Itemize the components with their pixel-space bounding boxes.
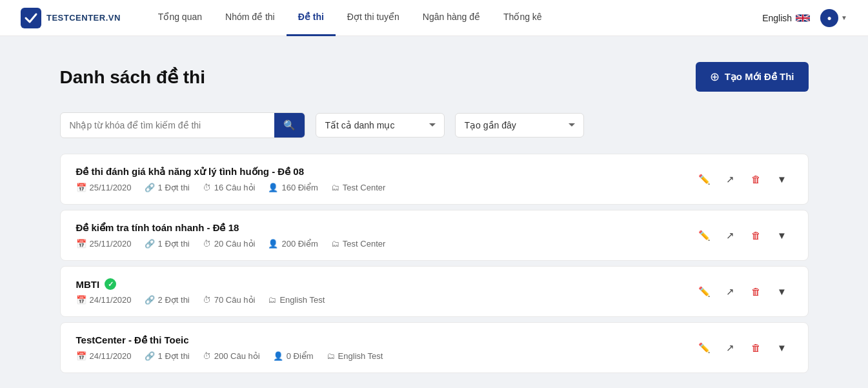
exam-title-text: MBTI [76,279,100,290]
brand-name: TESTCENTER.VN [46,13,121,23]
exam-title-text: Đề kiểm tra tính toán nhanh - Đề 18 [76,222,239,234]
edit-button[interactable]: ✏️ [694,338,715,358]
plus-icon: ⊕ [710,70,720,84]
delete-button[interactable]: 🗑 [746,338,767,358]
open-button[interactable]: ↗ [720,225,741,246]
nav-links: Tổng quan Nhóm đề thi Đề thi Đợt thi tuy… [146,0,762,36]
exam-card: MBTI ✓ 📅 24/11/2020 🔗 2 Đợt thi ⏱ 70 Câu… [60,266,809,317]
open-button[interactable]: ↗ [720,338,741,358]
more-button[interactable]: ▼ [772,225,792,246]
exam-actions: ✏️ ↗ 🗑 ▼ [694,225,792,246]
edit-button[interactable]: ✏️ [694,225,715,246]
sort-filter[interactable]: Tạo gần đây Cũ nhất [455,113,584,138]
exam-danh-muc-value: Test Center [343,239,385,249]
uk-flag-icon [796,14,810,23]
exam-danh-muc-value: English Test [338,351,383,361]
exam-date-value: 25/11/2020 [90,183,132,192]
exam-dot-thi: 🔗 2 Đợt thi [145,295,190,305]
link-icon: 🔗 [145,295,155,305]
clock-icon: ⏱ [203,351,211,361]
open-button[interactable]: ↗ [720,169,741,190]
user-avatar: ● [820,9,838,27]
link-icon: 🔗 [145,351,155,361]
exam-title-text: TestCenter - Đề thi Toeic [76,334,189,346]
more-button[interactable]: ▼ [772,169,792,190]
navbar: TESTCENTER.VN Tổng quan Nhóm đề thi Đề t… [0,0,868,36]
exam-info: Đề kiểm tra tính toán nhanh - Đề 18 📅 25… [76,222,694,249]
exam-dot-thi-value: 2 Đợt thi [158,295,190,305]
calendar-icon: 📅 [76,351,86,361]
exam-cau-hoi-value: 20 Câu hỏi [214,239,256,249]
edit-button[interactable]: ✏️ [694,281,715,302]
exam-danh-muc-value: English Test [279,295,325,305]
diem-icon: 👤 [273,351,283,361]
exam-info: Đề thi đánh giá khả năng xử lý tình huốn… [76,166,694,192]
exam-meta: 📅 24/11/2020 🔗 2 Đợt thi ⏱ 70 Câu hỏi 🗂 … [76,295,694,305]
page-title: Danh sách đề thi [60,66,205,88]
nav-ngan-hang-de[interactable]: Ngân hàng đề [411,0,492,36]
brand-logo-link[interactable]: TESTCENTER.VN [21,8,121,28]
exam-diem-value: 0 Điểm [287,351,314,361]
language-selector[interactable]: English [762,13,810,23]
exam-diem-value: 200 Điểm [281,239,318,249]
delete-button[interactable]: 🗑 [746,281,767,302]
folder-icon: 🗂 [331,239,339,249]
user-chevron-icon: ▼ [841,14,847,21]
nav-de-thi[interactable]: Đề thi [287,0,336,36]
calendar-icon: 📅 [76,239,86,249]
exam-cau-hoi-value: 200 Câu hỏi [214,351,260,361]
exam-actions: ✏️ ↗ 🗑 ▼ [694,169,792,190]
calendar-icon: 📅 [76,295,86,305]
exam-date-value: 24/11/2020 [90,295,132,305]
main-content: Danh sách đề thi ⊕ Tạo Mới Đề Thi 🔍 Tất … [47,36,822,386]
exam-date: 📅 25/11/2020 [76,183,132,192]
exam-date: 📅 25/11/2020 [76,239,132,249]
exam-actions: ✏️ ↗ 🗑 ▼ [694,281,792,302]
verified-icon: ✓ [105,278,116,290]
clock-icon: ⏱ [203,183,211,192]
navbar-right: English ● ▼ [762,9,847,27]
clock-icon: ⏱ [203,239,211,249]
exam-date: 📅 24/11/2020 [76,295,132,305]
exam-danh-muc: 🗂 Test Center [331,183,385,192]
search-input[interactable] [61,114,274,137]
filters-bar: 🔍 Tất cả danh mục English Test Test Cent… [60,112,809,138]
create-btn-label: Tạo Mới Đề Thi [725,71,794,83]
exam-title-text: Đề thi đánh giá khả năng xử lý tình huốn… [76,166,305,178]
exam-meta: 📅 24/11/2020 🔗 1 Đợt thi ⏱ 200 Câu hỏi 👤… [76,351,694,361]
exam-dot-thi-value: 1 Đợt thi [158,351,190,361]
nav-nhom-de-thi[interactable]: Nhóm đề thi [214,0,287,36]
exam-dot-thi: 🔗 1 Đợt thi [145,183,190,192]
exam-card: Đề kiểm tra tính toán nhanh - Đề 18 📅 25… [60,210,809,261]
nav-tong-quan[interactable]: Tổng quan [146,0,214,36]
exam-info: MBTI ✓ 📅 24/11/2020 🔗 2 Đợt thi ⏱ 70 Câu… [76,278,694,305]
search-wrap: 🔍 [60,112,305,138]
delete-button[interactable]: 🗑 [746,169,767,190]
folder-icon: 🗂 [327,351,335,361]
user-menu[interactable]: ● ▼ [820,9,847,27]
exam-cau-hoi: ⏱ 70 Câu hỏi [203,295,256,305]
more-button[interactable]: ▼ [772,281,792,302]
create-exam-button[interactable]: ⊕ Tạo Mới Đề Thi [696,62,809,92]
category-filter[interactable]: Tất cả danh mục English Test Test Center [316,113,445,138]
delete-button[interactable]: 🗑 [746,225,767,246]
exam-diem-value: 160 Điểm [281,183,318,192]
edit-button[interactable]: ✏️ [694,169,715,190]
nav-thong-ke[interactable]: Thống kê [492,0,554,36]
lang-label: English [762,13,792,23]
diem-icon: 👤 [268,183,278,192]
nav-dot-thi-tuyen[interactable]: Đợt thi tuyển [336,0,411,36]
exam-card: Đề thi đánh giá khả năng xử lý tình huốn… [60,154,809,205]
open-button[interactable]: ↗ [720,281,741,302]
exam-meta: 📅 25/11/2020 🔗 1 Đợt thi ⏱ 16 Câu hỏi 👤 … [76,183,694,192]
exam-info: TestCenter - Đề thi Toeic 📅 24/11/2020 🔗… [76,334,694,361]
diem-icon: 👤 [268,239,278,249]
exam-actions: ✏️ ↗ 🗑 ▼ [694,338,792,358]
search-button[interactable]: 🔍 [274,113,305,138]
more-button[interactable]: ▼ [772,338,792,358]
exam-cau-hoi: ⏱ 20 Câu hỏi [203,239,256,249]
exam-list: Đề thi đánh giá khả năng xử lý tình huốn… [60,154,809,373]
exam-dot-thi-value: 1 Đợt thi [158,183,190,192]
exam-title: Đề thi đánh giá khả năng xử lý tình huốn… [76,166,694,178]
exam-date-value: 24/11/2020 [90,351,132,361]
